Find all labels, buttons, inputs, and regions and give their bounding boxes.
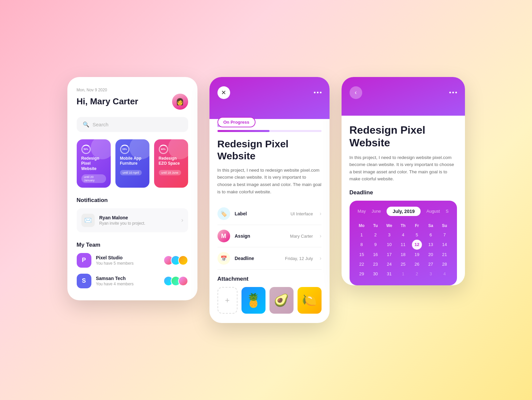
team-section-title: My Team [77,242,188,248]
deadline-section-title: Deadline [350,189,457,196]
card-date: until 18 June [159,170,181,175]
info-row-deadline[interactable]: 📅 Deadline Friday, 12 July › [217,247,322,270]
search-placeholder: Search [93,122,109,127]
cal-day[interactable]: 15 [355,250,369,259]
avatar-3 [178,255,188,265]
month-may[interactable]: May [358,209,366,214]
progress-circle: 35% [120,145,129,154]
info-rows: 🏷️ Label UI Interface › M Assign Mary Ca… [217,203,322,270]
progress-circle: 80% [159,145,168,154]
month-june[interactable]: June [372,209,381,214]
lemon-icon: 🍋 [302,293,317,307]
month-next[interactable]: S [446,209,449,214]
calendar: May June July, 2019 August S Mo Tu We Th… [350,201,457,285]
label-icon: 🏷️ [217,207,230,220]
cal-day[interactable]: 5 [410,230,424,240]
team-members: You have 5 members [96,261,159,266]
info-row-assign[interactable]: M Assign Mary Carter › [217,225,322,247]
progress-fill [217,130,270,132]
cal-day[interactable]: 21 [438,250,451,259]
cal-day[interactable]: 4 [396,230,410,240]
dot [317,92,319,93]
search-bar[interactable]: 🔍 Search [77,117,188,132]
project-description: In this project, I need to redesign webs… [217,167,322,195]
cal-day-dim: 4 [438,269,451,279]
notif-sub: Ryan invite you to project. [99,221,177,226]
notif-name: Ryan Malone [99,215,177,220]
cal-day[interactable]: 27 [424,259,438,269]
cal-header-su: Su [438,221,451,230]
dot [314,92,316,93]
card-date: until 10 April [120,170,142,175]
cal-day[interactable]: 28 [438,259,451,269]
pineapple-icon: 🍍 [245,293,262,308]
cal-day[interactable]: 7 [438,230,451,240]
avatar-3 [178,276,188,286]
cal-day[interactable]: 31 [382,269,396,279]
chevron-right-icon: › [181,217,183,224]
cal-day[interactable]: 16 [369,250,382,259]
team-icon-p: P [77,253,91,268]
cal-day[interactable]: 25 [396,259,410,269]
cal-day[interactable]: 11 [396,240,410,250]
more-options-button[interactable] [314,92,322,93]
info-value: Friday, 12 July [285,256,313,261]
cal-day[interactable]: 6 [424,230,438,240]
dot [449,92,451,93]
attachment-image-1[interactable]: 🍍 [241,287,265,314]
add-attachment-button[interactable]: + [217,287,237,314]
more-options-button[interactable] [449,92,457,93]
cal-day-dim: 2 [410,269,424,279]
attachment-image-2[interactable]: 🥑 [270,287,294,314]
info-label-text: Assign [235,233,286,239]
cal-day[interactable]: 3 [382,230,396,240]
team-list: P Pixel Studio You have 5 members S Sams… [77,253,188,288]
cal-day-today[interactable]: 12 [412,240,422,250]
avatar-image: 👩 [172,94,188,110]
team-item-samsan[interactable]: S Samsan Tech You have 4 members [77,274,188,288]
cal-day[interactable]: 8 [355,240,369,250]
team-members: You have 4 members [96,282,159,286]
greeting-text: Hi, Mary Carter [77,96,138,107]
cal-day[interactable]: 29 [355,269,369,279]
dot [455,92,457,93]
cal-day[interactable]: 14 [438,240,451,250]
cal-day[interactable]: 24 [382,259,396,269]
cal-header-we: We [382,221,396,230]
attachment-list: + 🍍 🥑 🍋 [217,287,322,314]
cal-header-th: Th [396,221,410,230]
avatar: 👩 [172,94,188,110]
cal-day[interactable]: 26 [410,259,424,269]
project-card-mobile[interactable]: 35% Mobile App Furniture until 10 April [115,139,149,188]
cal-day[interactable]: 10 [382,240,396,250]
team-avatar-group [163,276,188,286]
month-august[interactable]: August [426,209,440,214]
cal-day[interactable]: 20 [424,250,438,259]
chevron-right-icon: › [320,233,321,239]
back-button[interactable]: ‹ [350,86,362,99]
cal-day[interactable]: 13 [424,240,438,250]
chevron-right-icon: › [320,255,321,261]
project-card-ezo[interactable]: 80% Redesign EZO Space until 18 June [154,139,188,188]
cal-day[interactable]: 9 [369,240,382,250]
cal-day[interactable]: 2 [369,230,382,240]
team-item-pixel[interactable]: P Pixel Studio You have 5 members [77,253,188,268]
cal-day[interactable]: 19 [410,250,424,259]
screen3-body: Redesign Pixel Website In this project, … [342,116,465,285]
cal-day[interactable]: 30 [369,269,382,279]
cal-day[interactable]: 1 [355,230,369,240]
cal-day[interactable]: 18 [396,250,410,259]
cal-day[interactable]: 23 [369,259,382,269]
project-card-redesign[interactable]: 50% Redesign Pixel Website until 20 Janu… [77,139,111,188]
notification-item[interactable]: ✉️ Ryan Malone Ryan invite you to projec… [77,208,188,232]
attachment-image-3[interactable]: 🍋 [298,287,322,314]
avocado-icon: 🥑 [274,293,289,307]
close-button[interactable]: ✕ [217,86,230,99]
project-title: Redesign Pixel Website [217,138,322,162]
cal-day[interactable]: 17 [382,250,396,259]
progress-bar: 50% [217,130,322,132]
cal-day[interactable]: 22 [355,259,369,269]
project-cards: 50% Redesign Pixel Website until 20 Janu… [77,139,188,188]
notification-section-title: Notification [77,197,188,204]
info-row-label[interactable]: 🏷️ Label UI Interface › [217,203,322,225]
